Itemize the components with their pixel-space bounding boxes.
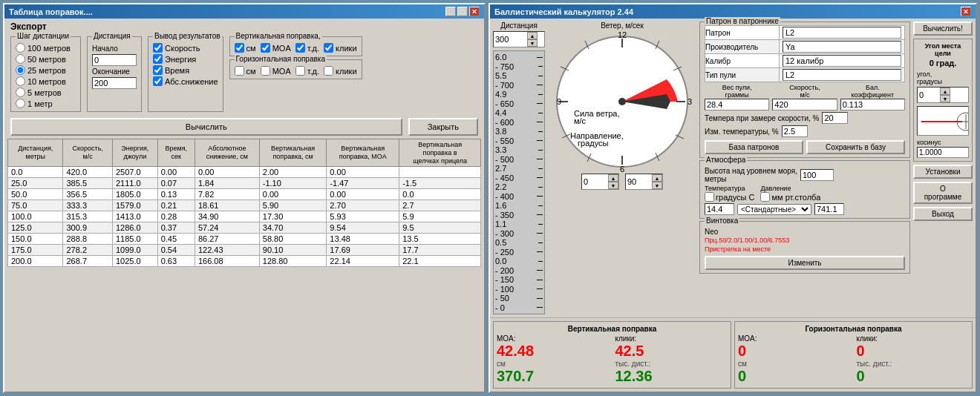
- ruler-line: [537, 103, 543, 104]
- ruler-mark-50: 2.2: [494, 182, 544, 191]
- table-cell: 175.0: [8, 245, 63, 256]
- horiz-sm[interactable]: см: [235, 66, 256, 76]
- step-50[interactable]: 50 метров: [16, 54, 76, 64]
- horiz-moa[interactable]: MOA: [261, 66, 291, 76]
- ruler-mark-0b: - 0: [494, 303, 544, 312]
- ruler-mark-00: 0.0: [494, 257, 544, 265]
- vert-td[interactable]: т.д.: [295, 43, 319, 53]
- angle-input-label: угол,градусы: [917, 70, 969, 85]
- table-cell: 420.0: [63, 167, 112, 178]
- temp-value-input[interactable]: [705, 203, 734, 215]
- ruler-mark-350: 3.8: [494, 127, 544, 136]
- izm-input[interactable]: [782, 125, 808, 137]
- wind-dir-input[interactable]: [626, 176, 652, 187]
- bal-input[interactable]: [840, 99, 905, 110]
- wind-dir-up[interactable]: ▲: [652, 174, 662, 182]
- vert-moa[interactable]: MOA: [261, 43, 291, 53]
- close-window-button[interactable]: Закрыть: [408, 118, 478, 136]
- table-cell: 0.21: [157, 200, 195, 211]
- vert-sm[interactable]: см: [235, 43, 256, 53]
- distance-value-input[interactable]: [494, 34, 527, 44]
- table-cell: 268.7: [63, 256, 112, 267]
- ruler-mark-300b: - 300: [494, 229, 544, 238]
- horiz-td[interactable]: т.д.: [295, 66, 319, 76]
- wind-force-up[interactable]: ▲: [608, 174, 618, 182]
- ruler-line: [537, 270, 543, 271]
- step-100[interactable]: 100 метров: [16, 43, 76, 53]
- left-window-buttons: _ □ ✕: [445, 7, 480, 16]
- pressure-input[interactable]: [814, 203, 844, 215]
- close-button[interactable]: ✕: [469, 7, 480, 16]
- ruler-line: [538, 168, 543, 169]
- table-cell: 0.00: [327, 167, 399, 178]
- change-button[interactable]: Изменить: [705, 256, 905, 270]
- calculate-right-button[interactable]: Вычислить!: [913, 22, 973, 36]
- speed-input[interactable]: [772, 99, 837, 110]
- about-button[interactable]: О программе: [913, 182, 973, 204]
- output-abs[interactable]: Абс.снижение: [153, 76, 218, 86]
- maximize-button[interactable]: □: [457, 7, 468, 16]
- horiz-moa-label: MOA:: [738, 334, 851, 343]
- left-window-title: Таблица поправок....: [9, 7, 93, 16]
- start-label: Начало: [92, 44, 137, 53]
- wind-force-spin-btns: ▲ ▼: [608, 174, 618, 189]
- col-vert-moa: Вертикальнаяпоправка, MOA: [327, 139, 399, 167]
- distance-down-button[interactable]: ▼: [527, 39, 538, 47]
- temp-input[interactable]: [822, 112, 848, 124]
- angle-up-btn[interactable]: ▲: [940, 88, 950, 95]
- results-table: Дистанция,метры Скорость,м/с Энергия,джо…: [7, 139, 481, 267]
- end-input[interactable]: [92, 77, 137, 89]
- caliber-input[interactable]: [783, 55, 901, 67]
- patron-input[interactable]: [783, 27, 901, 39]
- wind-dir-down[interactable]: ▼: [652, 182, 662, 189]
- settings-button[interactable]: Установки: [913, 165, 973, 179]
- horiz-result-title: Горизонтальная поправка: [738, 325, 969, 333]
- table-cell: 5.90: [259, 200, 327, 211]
- producer-input[interactable]: [783, 41, 901, 53]
- alt-input[interactable]: [800, 169, 834, 181]
- step-25[interactable]: 25 метров: [16, 65, 76, 75]
- step-10[interactable]: 10 метров: [16, 76, 76, 86]
- bottom-results: Вертикальная поправка MOA: 42.48 см 370.…: [490, 317, 976, 392]
- start-input[interactable]: [92, 54, 137, 66]
- table-cell: 5.93: [327, 211, 399, 222]
- table-cell: 385.5: [63, 178, 112, 189]
- minimize-button[interactable]: _: [445, 7, 456, 16]
- weight-input[interactable]: [705, 99, 769, 110]
- output-time[interactable]: Время: [153, 65, 218, 75]
- exit-button[interactable]: Выход: [913, 207, 973, 221]
- ruler-line: [537, 122, 543, 122]
- table-cell: 315.3: [63, 211, 112, 222]
- vert-thdist-label: тыс. дист.:: [615, 360, 728, 368]
- angle-group: Угол места цели 0 град. угол,градусы ▲ ▼: [913, 39, 973, 162]
- cosinus-input[interactable]: [917, 147, 969, 158]
- angle-down-btn[interactable]: ▼: [940, 95, 950, 102]
- wind-force-input[interactable]: [582, 176, 608, 187]
- step-1[interactable]: 1 метр: [16, 99, 76, 108]
- col-time: Время,сек: [157, 139, 195, 167]
- vintovka-group: Винтовка Neo Прц.50/2.0/1.00/1.00/6.7553…: [699, 221, 910, 274]
- pressure-checkbox[interactable]: [760, 192, 770, 202]
- right-close-button[interactable]: ✕: [961, 7, 971, 16]
- save-patron-button[interactable]: Сохранить в базу: [806, 140, 905, 154]
- output-speed[interactable]: Скорость: [153, 43, 218, 53]
- distance-up-button[interactable]: ▲: [527, 32, 538, 39]
- step-5[interactable]: 5 метров: [16, 88, 76, 97]
- vert-clicks[interactable]: клики: [324, 43, 356, 53]
- ruler-mark-250b: - 250: [494, 248, 544, 257]
- bullet-input[interactable]: [783, 69, 901, 81]
- action-buttons-col: Вычислить! Угол места цели 0 град. угол,…: [913, 22, 973, 314]
- angle-input[interactable]: [918, 90, 940, 100]
- horiz-clicks[interactable]: клики: [324, 66, 356, 76]
- horiz-sm-label: см: [738, 360, 851, 368]
- table-cell: 1579.0: [112, 200, 157, 211]
- calculate-button[interactable]: Вычислить: [10, 118, 402, 136]
- table-cell: [399, 167, 481, 178]
- base-patron-button[interactable]: База патронов: [705, 140, 803, 154]
- alt-label: Высота над уровнем моря,метры: [705, 167, 797, 183]
- horiz-clicks-value: 0: [857, 343, 970, 360]
- std-dropdown[interactable]: <Стандартные>: [737, 204, 811, 215]
- wind-force-down[interactable]: ▼: [608, 182, 618, 189]
- output-energy[interactable]: Энергия: [153, 54, 218, 64]
- temp-checkbox[interactable]: [705, 192, 714, 202]
